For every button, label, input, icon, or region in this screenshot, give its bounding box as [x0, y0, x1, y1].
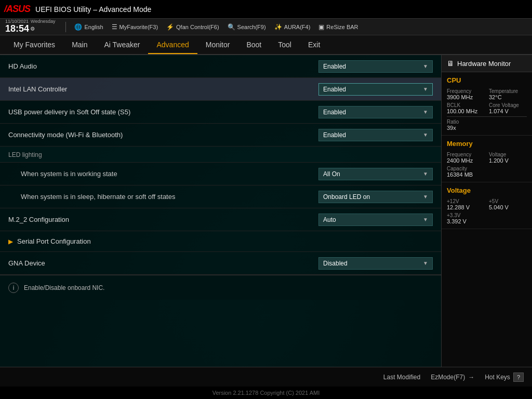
dropdown-arrow: ▼	[423, 217, 428, 222]
setting-usb-power[interactable]: USB power delivery in Soft Off state (S5…	[0, 101, 441, 124]
nav-tool[interactable]: Tool	[270, 36, 300, 53]
nav-advanced[interactable]: Advanced	[148, 36, 197, 54]
setting-connectivity-label: Connectivity mode (Wi-Fi & Bluetooth)	[8, 131, 123, 139]
nav-boot[interactable]: Boot	[238, 36, 270, 53]
hw-mem-voltage: Voltage 1.200 V	[489, 152, 527, 164]
gear-icon: ⚙	[30, 26, 35, 32]
serial-port-label: Serial Port Configuration	[17, 237, 91, 245]
asus-logo: /ASUS	[4, 4, 30, 15]
resize-icon: ▣	[318, 23, 324, 31]
hw-memory-title: Memory	[447, 140, 527, 148]
toolbar-language[interactable]: 🌐 English	[74, 23, 103, 31]
hw-voltage-title: Voltage	[447, 187, 527, 194]
setting-m2-dropdown[interactable]: Auto ▼	[318, 214, 433, 226]
hw-cpu-grid: Frequency 3900 MHz Temperature 32°C BCLK…	[447, 88, 527, 114]
setting-usb-power-dropdown[interactable]: Enabled ▼	[318, 106, 433, 118]
toolbar-time: 18:54 ⚙	[5, 24, 35, 34]
nav-monitor[interactable]: Monitor	[197, 36, 238, 53]
dropdown-arrow: ▼	[423, 86, 428, 92]
hw-cpu-freq-label: Frequency 3900 MHz	[447, 88, 485, 100]
toolbar-day: Wednesday	[31, 19, 55, 24]
aura-icon: ✨	[274, 23, 282, 31]
hw-memory-grid: Frequency 2400 MHz Voltage 1.200 V	[447, 152, 527, 164]
hw-voltage-section: Voltage +12V 12.288 V +5V 5.040 V +3.3V …	[442, 182, 532, 229]
footer-last-modified[interactable]: Last Modified	[383, 374, 420, 381]
toolbar-qfan[interactable]: ⚡ Qfan Control(F6)	[166, 23, 219, 31]
setting-usb-power-label: USB power delivery in Soft Off state (S5…	[8, 108, 130, 116]
setting-led-working[interactable]: When system is in working state All On ▼	[0, 163, 441, 185]
hw-cpu-temp-label: Temperature 32°C	[489, 88, 527, 100]
globe-icon: 🌐	[74, 23, 82, 31]
setting-led-working-label: When system is in working state	[8, 170, 117, 178]
monitor-icon: 🖥	[447, 59, 454, 68]
hot-keys-button[interactable]: ?	[513, 373, 524, 382]
toolbar-resize-bar[interactable]: ▣ ReSize BAR	[318, 23, 358, 31]
dropdown-arrow: ▼	[423, 109, 428, 115]
footer-hot-keys[interactable]: Hot Keys ?	[485, 373, 524, 382]
fan-icon: ⚡	[166, 23, 174, 31]
header-title: UEFI BIOS Utility – Advanced Mode	[35, 5, 151, 14]
hw-cpu-title: CPU	[447, 76, 527, 84]
expand-arrow-icon: ▶	[8, 238, 13, 245]
nav-main[interactable]: Main	[63, 36, 96, 53]
hw-voltage-grid: +12V 12.288 V +5V 5.040 V	[447, 198, 527, 210]
toolbar-myfavorite[interactable]: ☰ MyFavorite(F3)	[112, 23, 158, 31]
favorite-icon: ☰	[112, 23, 117, 31]
setting-m2-label: M.2_2 Configuration	[8, 216, 69, 223]
setting-serial-port[interactable]: ▶ Serial Port Configuration	[0, 231, 441, 252]
setting-gna-label: GNA Device	[8, 259, 45, 267]
footer-ez-mode[interactable]: EzMode(F7) →	[431, 374, 474, 381]
info-icon: i	[8, 283, 19, 293]
version-bar: Version 2.21.1278 Copyright (C) 2021 AMI	[0, 387, 532, 399]
toolbar-separator	[65, 22, 66, 32]
setting-led-working-dropdown[interactable]: All On ▼	[318, 168, 433, 180]
hw-cpu-bclk-label: BCLK 100.00 MHz	[447, 102, 485, 114]
setting-led-sleep-dropdown[interactable]: Onboard LED on ▼	[318, 191, 433, 203]
header: /ASUS UEFI BIOS Utility – Advanced Mode	[0, 0, 532, 19]
setting-m2-config[interactable]: M.2_2 Configuration Auto ▼	[0, 208, 441, 231]
hw-cpu-voltage-label: Core Voltage 1.074 V	[489, 102, 527, 114]
dropdown-arrow: ▼	[423, 171, 428, 177]
dropdown-arrow: ▼	[423, 260, 428, 266]
nav-my-favorites[interactable]: My Favorites	[5, 36, 63, 53]
content-area: HD Audio Enabled ▼ Intel LAN Controller …	[0, 55, 532, 367]
hw-monitor-title: 🖥 Hardware Monitor	[442, 55, 532, 72]
section-led-label: LED lighting	[8, 151, 42, 158]
info-text: Enable/Disable onboard NIC.	[24, 284, 104, 291]
search-icon: 🔍	[228, 23, 235, 31]
dropdown-arrow: ▼	[423, 194, 428, 200]
setting-intel-lan-dropdown[interactable]: Enabled ▼	[318, 83, 433, 96]
setting-led-sleep-label: When system is in sleep, hibernate or so…	[8, 193, 175, 201]
hw-memory-section: Memory Frequency 2400 MHz Voltage 1.200 …	[442, 136, 532, 182]
settings-panel: HD Audio Enabled ▼ Intel LAN Controller …	[0, 55, 441, 367]
info-bar: i Enable/Disable onboard NIC.	[0, 275, 441, 300]
nav-ai-tweaker[interactable]: Ai Tweaker	[96, 36, 148, 53]
setting-connectivity-dropdown[interactable]: Enabled ▼	[318, 129, 433, 141]
setting-gna-dropdown[interactable]: Disabled ▼	[318, 257, 433, 270]
setting-hd-audio-label: HD Audio	[8, 62, 37, 70]
setting-intel-lan[interactable]: Intel LAN Controller Enabled ▼	[0, 78, 441, 101]
toolbar-datetime: 11/10/2021 Wednesday 18:54 ⚙	[5, 19, 55, 34]
ez-mode-arrow-icon: →	[468, 374, 474, 381]
setting-gna-device[interactable]: GNA Device Disabled ▼	[0, 252, 441, 275]
hw-mem-capacity: Capacity 16384 MB	[447, 166, 527, 178]
nav-bar: My Favorites Main Ai Tweaker Advanced Mo…	[0, 35, 532, 55]
hw-divider	[447, 116, 527, 117]
toolbar: 11/10/2021 Wednesday 18:54 ⚙ 🌐 English ☰…	[0, 19, 532, 35]
dropdown-arrow: ▼	[423, 63, 428, 69]
hw-cpu-section: CPU Frequency 3900 MHz Temperature 32°C …	[442, 72, 532, 136]
setting-hd-audio-dropdown[interactable]: Enabled ▼	[318, 60, 433, 73]
hw-mem-freq: Frequency 2400 MHz	[447, 152, 485, 164]
hw-volt-33v: +3.3V 3.392 V	[447, 212, 527, 224]
setting-intel-lan-label: Intel LAN Controller	[8, 85, 67, 93]
nav-exit[interactable]: Exit	[300, 36, 328, 53]
setting-connectivity[interactable]: Connectivity mode (Wi-Fi & Bluetooth) En…	[0, 124, 441, 147]
setting-led-sleep[interactable]: When system is in sleep, hibernate or so…	[0, 185, 441, 208]
hw-volt-5v: +5V 5.040 V	[489, 198, 527, 210]
hardware-monitor-panel: 🖥 Hardware Monitor CPU Frequency 3900 MH…	[441, 55, 532, 367]
toolbar-aura[interactable]: ✨ AURA(F4)	[274, 23, 311, 31]
toolbar-search[interactable]: 🔍 Search(F9)	[228, 23, 266, 31]
setting-hd-audio[interactable]: HD Audio Enabled ▼	[0, 55, 441, 78]
hw-volt-12v: +12V 12.288 V	[447, 198, 485, 210]
dropdown-arrow: ▼	[423, 132, 428, 138]
